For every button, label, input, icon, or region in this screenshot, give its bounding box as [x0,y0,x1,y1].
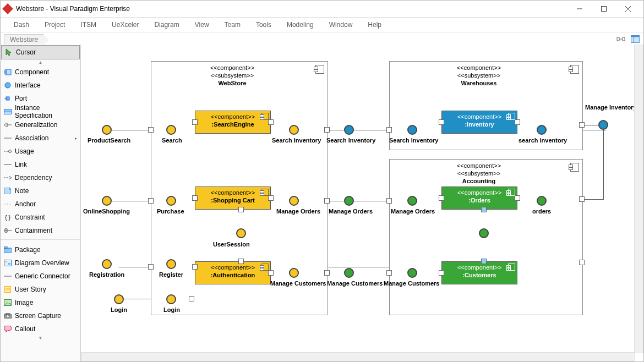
component-shoppingcart[interactable]: <<component>>:Shopping Cart [195,187,271,210]
interface[interactable] [344,268,354,278]
component-authentication[interactable]: <<component>>:Authentication [195,261,271,284]
interface[interactable] [479,228,489,238]
port[interactable] [148,264,154,270]
interface[interactable] [289,196,299,206]
port[interactable] [238,259,244,264]
menu-modeling[interactable]: Modeling [279,21,321,29]
port[interactable] [268,119,274,125]
horizontal-scrollbar[interactable] [81,352,635,361]
format-icon[interactable] [616,34,626,44]
menu-diagram[interactable]: Diagram [146,21,187,29]
component-inventory[interactable]: <<component>>:Inventory [441,111,517,134]
palette-containment[interactable]: Containment [1,224,80,237]
port[interactable] [386,127,392,133]
interface[interactable] [407,125,417,135]
menu-help[interactable]: Help [360,21,389,29]
port[interactable] [268,195,274,201]
port[interactable] [439,270,444,276]
interface[interactable] [166,259,176,269]
palette-package[interactable]: Package [1,243,80,256]
menu-team[interactable]: Team [217,21,248,29]
menu-dash[interactable]: Dash [6,21,37,29]
palette-constraint[interactable]: { }Constraint [1,211,80,224]
palette-usage[interactable]: Usage [1,145,80,158]
interface[interactable] [537,125,547,135]
interface[interactable] [289,125,299,135]
port[interactable] [386,270,392,276]
panel-icon[interactable] [630,34,640,44]
interface[interactable] [289,268,299,278]
palette-callout[interactable]: Callout [1,322,80,336]
component-customers[interactable]: <<component>>:Customers [441,261,517,284]
palette-anchor[interactable]: Anchor [1,198,80,211]
component-searchengine[interactable]: <<component>>:SearchEngine [195,111,271,134]
interface[interactable] [102,259,112,269]
port[interactable] [439,195,444,201]
label-manage-customers: Manage Customers [327,280,383,287]
interface[interactable] [344,196,354,206]
interface[interactable] [114,294,124,304]
close-button[interactable] [616,1,640,17]
interface[interactable] [344,125,354,135]
port[interactable] [192,119,198,125]
interface[interactable] [102,125,112,135]
vertical-scrollbar[interactable] [634,45,643,353]
tab-webstore[interactable]: Webstore [4,34,44,45]
palette-note[interactable]: Note [1,184,80,198]
palette-collapse-down[interactable]: ▼ [1,336,80,341]
port[interactable] [439,119,444,125]
palette-screen-capture[interactable]: Screen Capture [1,309,80,322]
interface[interactable] [407,268,417,278]
interface[interactable] [166,125,176,135]
port[interactable] [324,127,330,133]
palette-cursor[interactable]: Cursor [1,45,80,59]
port[interactable] [192,264,198,270]
palette-user-story[interactable]: User Story [1,283,80,296]
port[interactable] [148,127,154,133]
port[interactable] [192,195,198,201]
port[interactable] [579,122,585,128]
palette-image[interactable]: Image [1,296,80,309]
port[interactable] [386,198,392,204]
port[interactable] [515,119,520,125]
menu-window[interactable]: Window [321,21,361,29]
palette-dependency[interactable]: Dependency [1,171,80,184]
menu-project[interactable]: Project [37,21,73,29]
palette-association[interactable]: Association▸ [1,131,80,145]
menu-uexceler[interactable]: UeXceler [104,21,146,29]
port[interactable] [481,259,487,264]
palette-component[interactable]: Component [1,65,80,79]
minimize-button[interactable] [567,1,592,17]
palette-diagram-overview[interactable]: Diagram Overview [1,256,80,270]
palette-interface[interactable]: Interface [1,79,80,92]
diagram-canvas[interactable]: <<component>><<subsystem>>WebStore <<com… [81,45,643,361]
interface[interactable] [537,196,547,206]
port[interactable] [515,195,520,201]
interface[interactable] [166,294,176,304]
menu-view[interactable]: View [187,21,217,29]
component-orders[interactable]: <<component>>:Orders [441,187,517,210]
palette-generic-connector[interactable]: Generic Connector [1,270,80,283]
port[interactable] [238,207,244,212]
interface[interactable] [102,196,112,206]
port[interactable] [481,207,487,212]
palette-port[interactable]: Port [1,92,80,105]
port[interactable] [148,198,154,204]
palette-link[interactable]: Link [1,158,80,171]
interface[interactable] [236,228,246,238]
palette-generalization[interactable]: Generalization [1,118,80,131]
port[interactable] [579,260,585,265]
menu-tools[interactable]: Tools [248,21,279,29]
port[interactable] [189,296,194,301]
palette-collapse-up[interactable]: ▲ [1,60,80,65]
port[interactable] [579,196,585,202]
palette-instance-spec[interactable]: Instance Specification [1,105,80,118]
port[interactable] [268,270,274,276]
maximize-button[interactable] [592,1,616,17]
port[interactable] [324,270,330,276]
interface[interactable] [598,120,608,130]
menu-itsm[interactable]: ITSM [73,21,104,29]
port[interactable] [324,198,330,204]
interface[interactable] [407,196,417,206]
interface[interactable] [166,196,176,206]
